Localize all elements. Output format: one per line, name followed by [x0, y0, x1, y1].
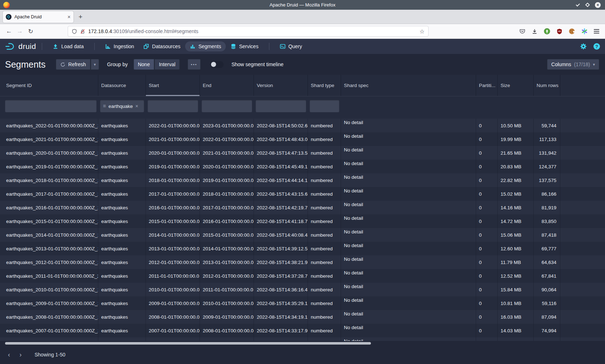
table-row[interactable]: earthquakes_2016-01-01T00:00:00.000Z_2..… [0, 201, 605, 214]
group-by-interval-button[interactable]: Interval [154, 59, 180, 70]
cell-partition: 0 [476, 119, 498, 132]
menu-icon[interactable] [594, 29, 599, 33]
url-bar[interactable]: 172.18.0.4:30109/unified-console.html#se… [68, 26, 429, 37]
query-icon [280, 44, 286, 49]
cell-size: 10.50 MB [498, 119, 534, 132]
table-row[interactable]: earthquakes_2009-01-01T00:00:00.000Z_2..… [0, 296, 605, 310]
pocket-icon[interactable] [519, 28, 525, 35]
column-header-shard-type[interactable]: Shard type [308, 75, 341, 96]
cell-num-rows: 124,377 [534, 160, 560, 173]
cell-shard-spec: No detail [341, 132, 476, 146]
column-header-segment-id[interactable]: Segment ID [0, 75, 98, 96]
filter-version-input[interactable] [256, 100, 306, 112]
cell-segment-id: earthquakes_2017-01-01T00:00:00.000Z_2..… [0, 187, 98, 201]
window-minimize-icon[interactable] [576, 2, 580, 6]
filter-end-input[interactable] [202, 100, 252, 112]
cell-shard-type: numbered [308, 296, 341, 310]
column-header-shard-spec[interactable]: Shard spec [341, 75, 476, 96]
scrollbar-thumb[interactable] [5, 342, 371, 345]
nav-item-services[interactable]: Services [226, 41, 263, 51]
tab-apache-druid[interactable]: Apache Druid × [3, 11, 73, 23]
back-icon[interactable]: ← [4, 28, 14, 35]
table-row[interactable]: earthquakes_2017-01-01T00:00:00.000Z_2..… [0, 187, 605, 201]
table-row[interactable]: earthquakes_2006-01-01T00:00:00.000Z_2..… [0, 337, 605, 341]
help-icon[interactable]: ? [593, 43, 600, 50]
table-row[interactable]: earthquakes_2011-01-01T00:00:00.000Z_2..… [0, 269, 605, 283]
cell-end: 2021-01-01T00:00:00.0... [200, 146, 254, 160]
window-close-icon[interactable]: × [595, 2, 601, 8]
window-maximize-icon[interactable] [585, 3, 590, 7]
next-page-icon[interactable]: › [17, 351, 24, 359]
insecure-lock-icon[interactable] [80, 29, 85, 34]
cell-partition: 0 [476, 310, 498, 324]
table-row[interactable]: earthquakes_2012-01-01T00:00:00.000Z_2..… [0, 255, 605, 269]
cookie-extension-icon[interactable] [569, 28, 575, 35]
cell-shard-type: numbered [308, 146, 341, 160]
ublock-origin-icon[interactable]: UO [556, 28, 563, 35]
nav-item-segments[interactable]: Segments [185, 41, 226, 51]
settings-gear-icon[interactable] [580, 43, 587, 50]
cell-version: 2022-08-15T14:33:17.9... [254, 324, 308, 337]
downloads-icon[interactable] [532, 28, 538, 35]
segment-timeline-toggle[interactable] [210, 61, 224, 68]
table-row[interactable]: earthquakes_2014-01-01T00:00:00.000Z_2..… [0, 228, 605, 242]
reload-icon[interactable]: ↻ [25, 28, 36, 35]
filter-segment-id-input[interactable] [5, 100, 97, 112]
table-row[interactable]: earthquakes_2010-01-01T00:00:00.000Z_2..… [0, 283, 605, 296]
browser-toolbar: ← → ↻ 172.18.0.4:30109/unified-console.h… [0, 24, 605, 39]
cell-shard-type: numbered [308, 132, 341, 146]
column-header-size[interactable]: Size [498, 75, 534, 96]
table-row[interactable]: earthquakes_2007-01-01T00:00:00.000Z_2..… [0, 324, 605, 337]
refresh-dropdown-button[interactable]: ▾ [91, 59, 99, 70]
filter-datasource-input[interactable]: = earthquake × [100, 100, 144, 112]
cell-shard-spec: No detail [341, 119, 476, 132]
table-row[interactable]: earthquakes_2018-01-01T00:00:00.000Z_2..… [0, 173, 605, 187]
table-row[interactable]: earthquakes_2021-01-01T00:00:00.000Z_2..… [0, 132, 605, 146]
horizontal-scrollbar [0, 341, 605, 345]
privacy-extension-icon[interactable] [544, 28, 550, 35]
table-row[interactable]: earthquakes_2022-01-01T00:00:00.000Z_2..… [0, 119, 605, 132]
more-options-button[interactable]: ••• [188, 59, 201, 70]
table-body: earthquakes_2022-01-01T00:00:00.000Z_2..… [0, 119, 605, 341]
cell-shard-type: numbered [308, 214, 341, 228]
cell-segment-id: earthquakes_2009-01-01T00:00:00.000Z_2..… [0, 296, 98, 310]
nav-item-query[interactable]: Query [275, 41, 307, 51]
tab-close-icon[interactable]: × [67, 14, 71, 19]
column-header-version[interactable]: Version [254, 75, 308, 96]
asterisk-extension-icon[interactable] [581, 28, 588, 35]
table-row[interactable]: earthquakes_2008-01-01T00:00:00.000Z_2..… [0, 310, 605, 324]
columns-button[interactable]: Columns (17/18) ▾ [547, 59, 599, 70]
cell-end: 2018-01-01T00:00:00.0... [200, 187, 254, 201]
remove-filter-icon[interactable]: × [135, 103, 138, 109]
nav-item-datasources[interactable]: Datasources [139, 41, 185, 51]
more-dots-icon: ••• [191, 62, 197, 67]
cell-shard-spec: No detail [341, 269, 476, 283]
filter-start-input[interactable] [148, 100, 198, 112]
table-row[interactable]: earthquakes_2020-01-01T00:00:00.000Z_2..… [0, 146, 605, 160]
column-header-partition[interactable]: Partiti... [476, 75, 498, 96]
group-by-none-button[interactable]: None [134, 59, 154, 70]
table-row[interactable]: earthquakes_2019-01-01T00:00:00.000Z_2..… [0, 160, 605, 173]
tracking-shield-icon[interactable] [72, 29, 77, 34]
refresh-button[interactable]: Refresh [56, 59, 90, 70]
nav-item-load-data[interactable]: Load data [48, 41, 88, 51]
prev-page-icon[interactable]: ‹ [5, 351, 13, 359]
column-header-datasource[interactable]: Datasource [98, 75, 146, 96]
new-tab-button[interactable]: + [79, 13, 82, 21]
nav-item-ingestion[interactable]: Ingestion [100, 41, 139, 51]
bookmark-star-icon[interactable]: ☆ [420, 28, 425, 35]
column-header-num-rows[interactable]: Num rows [534, 75, 560, 96]
filter-shard-type-input[interactable] [310, 100, 339, 112]
cell-start: 2008-01-01T00:00:00.0... [146, 310, 200, 324]
druid-brand[interactable]: druid [5, 42, 36, 51]
url-text[interactable]: 172.18.0.4:30109/unified-console.html#se… [88, 28, 417, 34]
cell-version: 2022-08-15T14:43:15.6... [254, 187, 308, 201]
column-header-start[interactable]: Start [146, 75, 200, 96]
table-row[interactable]: earthquakes_2013-01-01T00:00:00.000Z_2..… [0, 242, 605, 255]
table-row[interactable]: earthquakes_2015-01-01T00:00:00.000Z_2..… [0, 214, 605, 228]
cell-size: 21.65 MB [498, 146, 534, 160]
group-by-label: Group by [107, 62, 128, 67]
cell-start: 2022-01-01T00:00:00.0... [146, 119, 200, 132]
cell-filler [560, 324, 605, 337]
column-header-end[interactable]: End [200, 75, 254, 96]
